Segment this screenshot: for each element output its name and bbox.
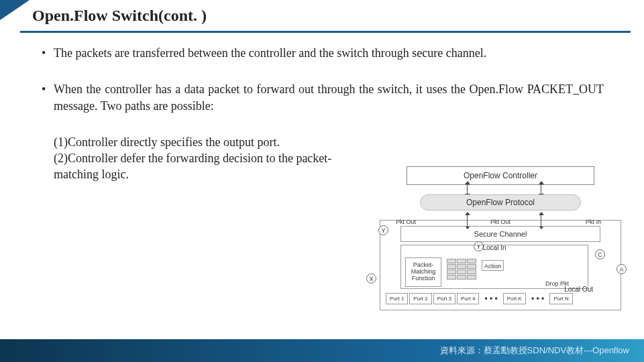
secure-label: Secure Channel: [474, 230, 527, 238]
bullet-dot-icon: [42, 45, 54, 61]
arrow-v-icon: [541, 184, 541, 194]
node-x-icon: X: [366, 274, 376, 284]
path-1: (1)Controller directly specifies the out…: [54, 134, 337, 150]
pkt-out-label: Pkt Out: [490, 219, 511, 225]
path-2: (2)Controller defer the forwarding decis…: [54, 150, 337, 183]
arrow-v-icon: [541, 215, 541, 227]
node-a-icon: A: [616, 264, 627, 274]
bullet-2-text: When the controller has a data packet to…: [54, 81, 604, 114]
source-credit: 資料來源：蔡孟勳教授SDN/NDV教材---Openflow: [440, 345, 629, 357]
paths-block: (1)Controller directly specifies the out…: [42, 134, 337, 183]
port-box: Port K: [503, 293, 526, 304]
ellipsis-icon: • • •: [480, 294, 501, 304]
packet-matching-box: Packet-Matching Function: [405, 257, 441, 287]
bullet-2: When the controller has a data packet to…: [42, 81, 604, 114]
port-box: Port N: [549, 293, 573, 304]
action-box: Action: [482, 260, 504, 271]
port-box: Port 3: [433, 293, 455, 304]
architecture-diagram: OpenFlow Controller OpenFlow Protocol Y …: [380, 166, 621, 310]
pipeline-box: Local In Packet-Matching Function Action…: [400, 245, 588, 289]
ports-row: Port 1 Port 2 Port 3 Port 4 • • • Port K…: [386, 293, 615, 304]
slide-content: The packets are transferred between the …: [0, 33, 644, 183]
bullet-dot-icon: [42, 81, 54, 114]
arrow-v-icon: [467, 215, 468, 227]
switch-box: Pkt Out Pkt Out Pkt In Secure Channel Y …: [380, 220, 621, 310]
pkt-in-label: Pkt In: [586, 219, 601, 225]
port-box: Port 2: [409, 293, 431, 304]
secure-channel-box: Pkt Out Pkt Out Pkt In Secure Channel: [400, 226, 600, 242]
local-in-label: Local In: [482, 244, 506, 251]
port-box: Port 1: [386, 293, 408, 304]
slide-title: Open.Flow Switch(cont. ): [32, 7, 207, 24]
title-accent: [0, 0, 30, 20]
protocol-box: OpenFlow Protocol: [420, 194, 581, 210]
ellipsis-icon: • • •: [527, 294, 548, 304]
port-box: Port 4: [457, 293, 479, 304]
node-y-icon: Y: [378, 225, 388, 235]
pkt-out-label: Pkt Out: [396, 219, 416, 225]
local-out-label: Local Out: [564, 286, 593, 293]
bullet-1-text: The packets are transferred between the …: [54, 45, 604, 61]
controller-box: OpenFlow Controller: [407, 166, 594, 185]
node-c-icon: C: [595, 249, 605, 259]
bullet-1: The packets are transferred between the …: [42, 45, 604, 61]
flow-table-icon: [447, 259, 476, 280]
arrow-v-icon: [467, 184, 468, 194]
